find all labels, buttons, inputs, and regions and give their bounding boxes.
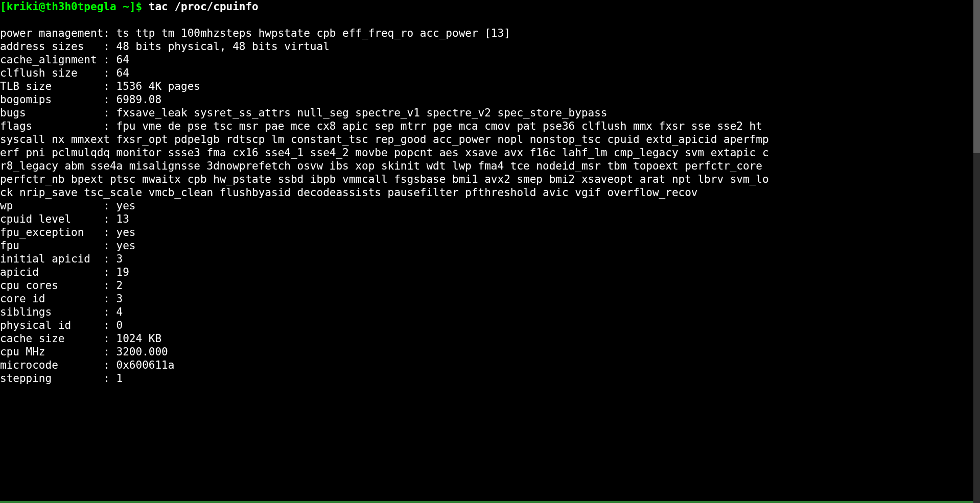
output-line-physical-id: physical id : 0 <box>0 319 123 331</box>
output-line-stepping: stepping : 1 <box>0 372 123 385</box>
output-line-address-sizes: address sizes : 48 bits physical, 48 bit… <box>0 40 330 53</box>
output-line-bugs: bugs : fxsave_leak sysret_ss_attrs null_… <box>0 107 607 119</box>
output-line-clflush-size: clflush size : 64 <box>0 67 129 79</box>
vertical-scrollbar[interactable] <box>973 0 980 503</box>
output-line-core-id: core id : 3 <box>0 293 123 305</box>
prompt-user-host: kriki@th3h0tpegla ~ <box>7 1 129 13</box>
output-line-bogomips: bogomips : 6989.08 <box>0 93 161 106</box>
output-line-initial-apicid: initial apicid : 3 <box>0 253 123 265</box>
output-line-tlb-size: TLB size : 1536 4K pages <box>0 80 200 92</box>
output-line-cache-alignment: cache_alignment : 64 <box>0 54 129 66</box>
scrollbar-thumb[interactable] <box>973 0 980 153</box>
output-line-apicid: apicid : 19 <box>0 266 129 278</box>
window-bottom-border <box>0 501 973 503</box>
output-line-fpu: fpu : yes <box>0 239 136 252</box>
output-line-cpu-cores: cpu cores : 2 <box>0 279 123 292</box>
output-line-cpu-mhz: cpu MHz : 3200.000 <box>0 346 168 358</box>
prompt-bracket-close: ]$ <box>129 1 149 13</box>
output-line-power-management: power management: ts ttp tm 100mhzsteps … <box>0 27 510 39</box>
terminal-output[interactable]: [kriki@th3h0tpegla ~]$ tac /proc/cpuinfo… <box>0 0 775 385</box>
output-line-flags: flags : fpu vme de pse tsc msr pae mce c… <box>0 120 769 199</box>
output-line-fpu-exception: fpu_exception : yes <box>0 226 136 238</box>
command-text: tac /proc/cpuinfo <box>149 1 259 13</box>
output-line-cache-size: cache size : 1024 KB <box>0 332 161 345</box>
output-line-wp: wp : yes <box>0 200 136 212</box>
output-line-cpuid-level: cpuid level : 13 <box>0 213 129 225</box>
output-line-microcode: microcode : 0x600611a <box>0 359 174 371</box>
prompt-bracket-open: [ <box>0 1 7 13</box>
output-line-siblings: siblings : 4 <box>0 306 123 318</box>
